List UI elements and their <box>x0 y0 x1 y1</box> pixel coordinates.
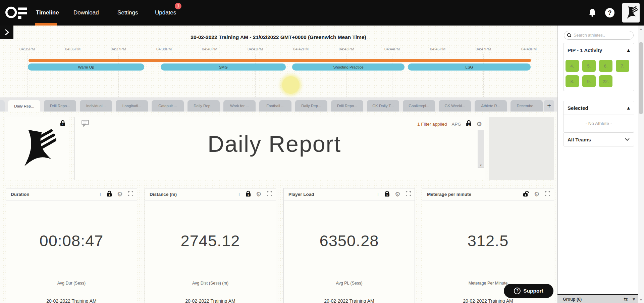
session-duration-bar[interactable] <box>29 59 531 62</box>
time-tick: 04:36PM <box>58 47 88 51</box>
athlete-button-6[interactable]: 6. <box>599 60 612 72</box>
card-title: Player Load <box>288 192 377 197</box>
tab-partial[interactable] <box>0 100 5 112</box>
tab-daily-report-3[interactable]: Daily Rep... <box>295 100 327 112</box>
lock-icon[interactable]: 1 <box>466 120 472 128</box>
threshold-icon[interactable]: T <box>377 192 379 197</box>
gear-icon[interactable]: ⚙ <box>476 121 482 127</box>
tab-football[interactable]: Football ... <box>259 100 291 112</box>
expand-icon[interactable] <box>545 191 550 198</box>
chevron-down-icon <box>625 138 630 141</box>
all-teams-dropdown[interactable]: All Teams <box>563 132 634 146</box>
top-nav: Timeline Download Settings Updates 1 ? <box>0 0 644 26</box>
expand-icon[interactable] <box>267 191 272 198</box>
athlete-button-7[interactable]: 7. <box>616 60 629 72</box>
tab-individual[interactable]: Individual... <box>80 100 112 112</box>
org-logo[interactable] <box>622 3 640 23</box>
tab-longitudinal[interactable]: Longitudi... <box>116 100 148 112</box>
athlete-button-8[interactable]: 8. <box>566 75 579 87</box>
period-lsg[interactable]: LSG <box>408 63 531 71</box>
tab-daily-report-2[interactable]: Daily Rep... <box>187 100 220 112</box>
expand-icon[interactable] <box>406 191 411 198</box>
period-smg[interactable]: SMG <box>161 63 286 71</box>
svg-text:1: 1 <box>386 193 388 197</box>
tab-daily-report[interactable]: Daily Rep... <box>8 100 40 112</box>
search-input[interactable] <box>574 33 627 38</box>
add-tab-button[interactable]: + <box>544 100 554 112</box>
report-canvas: 1 1 Filter applied APG <box>0 112 557 303</box>
athlete-button-5[interactable]: 5. <box>582 60 596 72</box>
tab-gk-weekly[interactable]: GK Weekl... <box>439 100 471 112</box>
period-label: Warm Up <box>78 65 94 69</box>
lock-icon[interactable]: 1 <box>107 190 112 198</box>
gear-icon[interactable]: ⚙ <box>534 191 540 198</box>
collapse-icon[interactable]: ▲ <box>627 48 630 52</box>
bell-icon[interactable] <box>588 8 597 19</box>
session-label: 20-02-2022 Training AM <box>422 298 554 303</box>
filter-applied-link[interactable]: 1 Filter applied <box>417 122 447 127</box>
svg-text:1: 1 <box>468 123 470 126</box>
threshold-icon[interactable]: T <box>99 192 102 197</box>
tab-drill-report[interactable]: Drill Repo... <box>44 100 76 112</box>
updates-badge: 1 <box>175 3 181 9</box>
empty-widget <box>489 117 554 180</box>
activity-group-header[interactable]: PIP - 1 Activity ▲ <box>564 43 634 57</box>
athlete-search[interactable] <box>564 31 634 40</box>
nav-updates[interactable]: Updates <box>155 0 176 26</box>
expand-icon[interactable] <box>128 191 133 198</box>
card-title: Meterage per minute <box>427 192 523 197</box>
nav-settings[interactable]: Settings <box>117 0 138 26</box>
card-header: Player Load T 1 ⚙ <box>284 188 415 201</box>
metric-value: 2745.12 <box>145 231 276 250</box>
support-button[interactable]: ? Support <box>504 284 553 298</box>
scroll-down-icon[interactable]: ▾ <box>478 163 484 167</box>
tab-december[interactable]: Decembe... <box>511 100 543 112</box>
tab-catapult[interactable]: Catapult ... <box>152 100 184 112</box>
tab-gk-daily[interactable]: GK Daily T... <box>367 100 399 112</box>
threshold-icon[interactable]: T <box>238 192 240 197</box>
selected-title: Selected <box>568 105 627 111</box>
scroll-down-icon[interactable]: ▾ <box>638 298 644 302</box>
widget-scrollbar[interactable]: ▾ <box>478 130 484 168</box>
support-label: Support <box>523 288 543 294</box>
divider <box>75 130 485 130</box>
selected-header[interactable]: Selected ▲ <box>564 101 634 115</box>
lock-icon[interactable]: 1 <box>246 190 251 198</box>
tab-athlete-report[interactable]: Athlete R... <box>475 100 507 112</box>
dropdown-icon[interactable]: ▼ <box>633 297 635 301</box>
scroll-up-icon[interactable]: ▴ <box>638 27 644 31</box>
gear-icon[interactable]: ⚙ <box>117 191 123 198</box>
session-title: 20-02-2022 Training AM - 21/02/2022 GMT+… <box>0 34 557 40</box>
scrollbar-thumb[interactable] <box>639 42 643 114</box>
search-icon <box>567 33 572 38</box>
comment-icon[interactable] <box>82 120 89 128</box>
nav-timeline[interactable]: Timeline <box>36 0 59 26</box>
lock-icon[interactable]: 1 <box>384 190 390 198</box>
period-shooting-practice[interactable]: Shooting Practice <box>292 63 405 71</box>
help-icon[interactable]: ? <box>605 8 614 17</box>
group-footer-bar[interactable]: Group (6) ⇆ ▼ <box>557 294 638 303</box>
swap-icon[interactable]: ⇆ <box>624 296 628 302</box>
unlock-icon[interactable]: 1 <box>523 190 529 198</box>
tab-goalkeeping[interactable]: Goalkeepi... <box>403 100 435 112</box>
logo-widget[interactable]: 1 <box>4 117 69 180</box>
metric-value: 312.5 <box>422 231 554 250</box>
openfield-logo[interactable] <box>5 5 28 21</box>
card-header: Duration T 1 ⚙ <box>6 188 137 201</box>
timeline-panel: 20-02-2022 Training AM - 21/02/2022 GMT+… <box>0 26 644 97</box>
gear-icon[interactable]: ⚙ <box>395 191 400 198</box>
group-label: Group (6) <box>563 297 624 302</box>
gear-icon[interactable]: ⚙ <box>256 191 262 198</box>
tab-work-for[interactable]: Work for ... <box>223 100 256 112</box>
athlete-button-9[interactable]: 9. <box>582 75 596 87</box>
page-scrollbar[interactable]: ▴ ▾ <box>638 26 644 303</box>
lock-icon[interactable]: 1 <box>60 120 65 128</box>
nav-download[interactable]: Download <box>73 0 99 26</box>
period-label: SMG <box>219 65 227 69</box>
athlete-button-22[interactable]: 22. <box>599 75 612 87</box>
period-warm-up[interactable]: Warm Up <box>28 63 144 71</box>
athlete-button-4[interactable]: 4. <box>566 60 579 72</box>
tab-drill-report-2[interactable]: Drill Repo... <box>331 100 363 112</box>
time-tick: 04:48PM <box>514 47 544 51</box>
collapse-icon[interactable]: ▲ <box>627 106 630 110</box>
